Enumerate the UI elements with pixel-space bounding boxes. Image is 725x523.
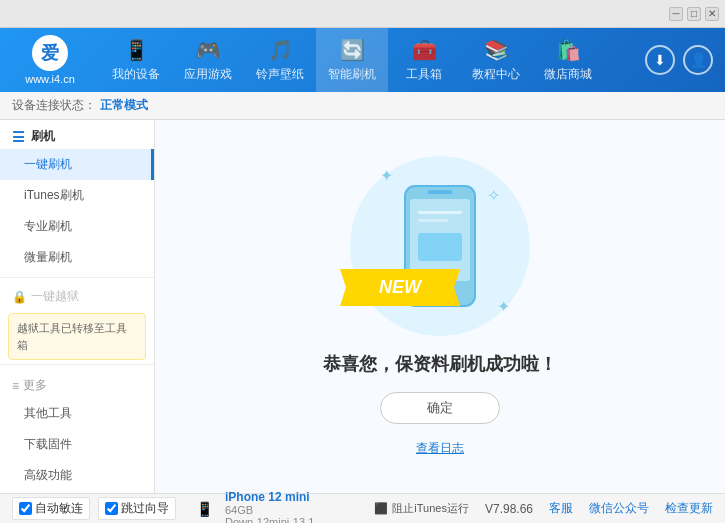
micro-flash-label: 微量刷机 [24,250,72,264]
notice-text: 越狱工具已转移至工具箱 [17,322,127,351]
status-value: 正常模式 [100,97,148,114]
auto-connect-checkbox[interactable]: 自动敏连 [12,497,90,520]
nav-label-tutorials: 教程中心 [472,66,520,83]
tutorials-icon: 📚 [484,38,509,62]
nav-items: 📱 我的设备 🎮 应用游戏 🎵 铃声壁纸 🔄 智能刷机 🧰 工具箱 📚 教程中心… [100,28,645,92]
device-model: Down-12mini-13,1 [225,516,314,524]
sparkle-2: ✧ [487,186,500,205]
capacity-text: 64GB [225,504,253,516]
sidebar-notice: 越狱工具已转移至工具箱 [8,313,146,360]
bottombar-right: ⬛ 阻止iTunes运行 V7.98.66 客服 微信公众号 检查更新 [374,500,713,517]
advanced-label: 高级功能 [24,468,72,482]
update-link[interactable]: 检查更新 [665,500,713,517]
itunes-flash-label: iTunes刷机 [24,188,84,202]
nav-label-toolbox: 工具箱 [406,66,442,83]
skip-wizard-label: 跳过向导 [121,500,169,517]
other-tools-label: 其他工具 [24,406,72,420]
bottombar-left: 自动敏连 跳过向导 📱 iPhone 12 mini 64GB Down-12m… [12,490,374,524]
ringtone-icon: 🎵 [268,38,293,62]
sidebar-divider-2 [0,364,154,365]
sidebar-item-one-key-flash[interactable]: 一键刷机 [0,149,154,180]
topnav: 爱 www.i4.cn 📱 我的设备 🎮 应用游戏 🎵 铃声壁纸 🔄 智能刷机 … [0,28,725,92]
content-title: 恭喜您，保资料刷机成功啦！ [323,352,557,376]
view-log-link[interactable]: 查看日志 [416,440,464,457]
sidebar: ☰ 刷机 一键刷机 iTunes刷机 专业刷机 微量刷机 🔒 一键越狱 越狱工具… [0,120,155,493]
content-area: ✦ ✧ ✦ NEW 恭喜您，保资料刷机成功啦！ 确定 [155,120,725,493]
download-button[interactable]: ⬇ [645,45,675,75]
sidebar-jailbreak-header: 🔒 一键越狱 [0,282,154,309]
new-badge: NEW [340,269,460,306]
more-section-icon: ≡ [12,379,19,393]
bottombar: 自动敏连 跳过向导 📱 iPhone 12 mini 64GB Down-12m… [0,493,725,523]
confirm-label: 确定 [427,399,453,417]
one-key-flash-label: 一键刷机 [24,157,72,171]
sparkle-3: ✦ [497,297,510,316]
download-firmware-label: 下载固件 [24,437,72,451]
device-name: iPhone 12 mini [225,490,314,504]
wechat-link[interactable]: 微信公众号 [589,500,649,517]
svg-rect-5 [418,219,448,222]
logo-area: 爱 www.i4.cn [0,35,100,85]
pro-flash-label: 专业刷机 [24,219,72,233]
nav-item-apps-games[interactable]: 🎮 应用游戏 [172,28,244,92]
svg-rect-6 [418,233,462,261]
toolbox-icon: 🧰 [412,38,437,62]
version-text: V7.98.66 [485,502,533,516]
nav-item-tutorials[interactable]: 📚 教程中心 [460,28,532,92]
status-label: 设备连接状态： [12,97,96,114]
sidebar-item-other-tools[interactable]: 其他工具 [0,398,154,429]
sidebar-item-pro-flash[interactable]: 专业刷机 [0,211,154,242]
svg-rect-4 [418,211,462,214]
skip-wizard-input[interactable] [105,502,118,515]
auto-connect-input[interactable] [19,502,32,515]
sidebar-item-itunes-flash[interactable]: iTunes刷机 [0,180,154,211]
logo-subtext: www.i4.cn [25,73,75,85]
device-capacity: 64GB [225,504,314,516]
more-section-label: 更多 [23,377,47,394]
svg-rect-2 [428,190,452,194]
sidebar-item-micro-flash[interactable]: 微量刷机 [0,242,154,273]
sidebar-item-download-firmware[interactable]: 下载固件 [0,429,154,460]
titlebar: ─ □ ✕ [0,0,725,28]
minimize-button[interactable]: ─ [669,7,683,21]
nav-right: ⬇ 👤 [645,45,725,75]
main-area: ☰ 刷机 一键刷机 iTunes刷机 专业刷机 微量刷机 🔒 一键越狱 越狱工具… [0,120,725,493]
nav-item-smart-flash[interactable]: 🔄 智能刷机 [316,28,388,92]
flash-section-label: 刷机 [31,128,55,145]
titlebar-controls: ─ □ ✕ [669,7,719,21]
sidebar-item-advanced[interactable]: 高级功能 [0,460,154,491]
sidebar-divider-1 [0,277,154,278]
confirm-button[interactable]: 确定 [380,392,500,424]
close-button[interactable]: ✕ [705,7,719,21]
auto-connect-label: 自动敏连 [35,500,83,517]
weidian-icon: 🛍️ [556,38,581,62]
nav-item-my-device[interactable]: 📱 我的设备 [100,28,172,92]
nav-item-weidian[interactable]: 🛍️ 微店商城 [532,28,604,92]
sparkle-1: ✦ [380,166,393,185]
logo-icon: 爱 [32,35,68,71]
device-phone-icon: 📱 [196,501,213,517]
itunes-status-text: 阻止iTunes运行 [392,501,469,516]
nav-label-weidian: 微店商城 [544,66,592,83]
lock-icon: 🔒 [12,290,27,304]
sidebar-more-header: ≡ 更多 [0,369,154,398]
nav-item-toolbox[interactable]: 🧰 工具箱 [388,28,460,92]
flash-section-icon: ☰ [12,129,25,145]
my-device-icon: 📱 [124,38,149,62]
support-link[interactable]: 客服 [549,500,573,517]
maximize-button[interactable]: □ [687,7,701,21]
smart-flash-icon: 🔄 [340,38,365,62]
nav-label-apps-games: 应用游戏 [184,66,232,83]
statusbar: 设备连接状态： 正常模式 [0,92,725,120]
sidebar-flash-header: ☰ 刷机 [0,120,154,149]
user-button[interactable]: 👤 [683,45,713,75]
nav-item-ringtone[interactable]: 🎵 铃声壁纸 [244,28,316,92]
device-details: iPhone 12 mini 64GB Down-12mini-13,1 [225,490,314,524]
skip-wizard-checkbox[interactable]: 跳过向导 [98,497,176,520]
device-info: 📱 [196,501,217,517]
apps-games-icon: 🎮 [196,38,221,62]
itunes-status: ⬛ 阻止iTunes运行 [374,501,469,516]
nav-label-smart-flash: 智能刷机 [328,66,376,83]
itunes-status-icon: ⬛ [374,502,388,515]
phone-illustration: ✦ ✧ ✦ NEW [350,156,530,336]
